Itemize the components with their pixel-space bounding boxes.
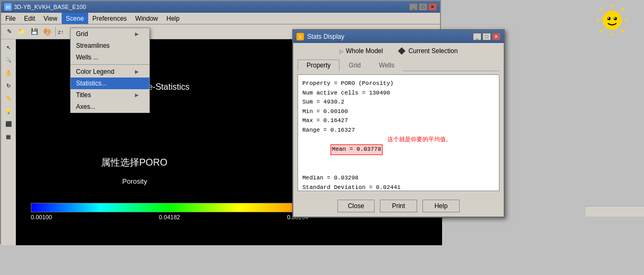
colorbar xyxy=(31,203,308,212)
svg-point-10 xyxy=(614,17,617,20)
app-icon: 3D xyxy=(4,3,12,11)
sidebar-select[interactable]: ⬛ xyxy=(3,118,14,130)
toolbar-separator xyxy=(55,27,56,37)
sidebar-light[interactable]: 💡 xyxy=(3,105,14,117)
menu-bar: File Edit View Scene Preferences Window … xyxy=(1,13,440,24)
ctx-titles-arrow: ▶ xyxy=(135,92,139,98)
dialog-footer: Close Print Help xyxy=(293,195,504,217)
dialog-title-bar: S Stats Display _ □ ✕ xyxy=(293,30,504,43)
close-button[interactable]: ✕ xyxy=(428,3,437,11)
sidebar-rotate[interactable]: ↻ xyxy=(3,80,14,91)
radio-row: ▷ Whole Model Current Selection xyxy=(298,47,499,55)
dialog-status-bar: INS READ xyxy=(586,206,644,217)
stats-line-mean: Mean = 0.03778 这个就是你要的平均值。 xyxy=(302,135,495,174)
ctx-color-legend[interactable]: Color Legend ▶ xyxy=(71,66,149,78)
tab-property[interactable]: Property xyxy=(298,59,340,71)
app-title: 3D-YB_KVKH_BASE_E100 xyxy=(14,4,86,10)
sun-decoration xyxy=(596,4,628,36)
dialog-title-buttons: _ □ ✕ xyxy=(473,33,501,40)
stats-line-sum: Sum = 4930.2 xyxy=(302,98,495,107)
stats-line-range: Range = 0.16327 xyxy=(302,126,495,135)
dialog-title-left: S Stats Display xyxy=(296,33,344,40)
stats-line-property: Property = PORO (Porosity) xyxy=(302,79,495,89)
sidebar-filter[interactable]: ▦ xyxy=(3,131,14,142)
stats-line-median: Median = 0.03298 xyxy=(302,174,495,183)
svg-line-6 xyxy=(600,30,603,32)
svg-point-12 xyxy=(614,18,615,19)
svg-line-7 xyxy=(622,30,624,32)
svg-point-0 xyxy=(603,11,622,30)
sidebar-pan[interactable]: ✋ xyxy=(3,67,14,79)
sidebar-cursor[interactable]: ↖ xyxy=(3,41,14,53)
toolbar-color[interactable]: 🎨 xyxy=(41,26,53,38)
tabs-row: Property Grid Wells xyxy=(298,59,499,71)
title-bar-left: 3D 3D-YB_KVKH_BASE_E100 xyxy=(4,3,86,11)
scene-dropdown-menu: Grid ▶ Streamlines Wells ... Color Legen… xyxy=(70,28,150,113)
sidebar-measure[interactable]: 📏 xyxy=(3,92,14,104)
ctx-streamlines[interactable]: Streamlines xyxy=(71,40,149,51)
stats-line-stddev: Standard Deviation = 0.02441 xyxy=(302,183,495,191)
ctx-separator-1 xyxy=(71,64,149,65)
ctx-axes[interactable]: Axes... xyxy=(71,101,149,113)
svg-line-8 xyxy=(600,8,603,11)
dialog-minimize-button[interactable]: _ xyxy=(473,33,481,40)
tab-wells[interactable]: Wells xyxy=(370,59,403,71)
menu-file[interactable]: File xyxy=(1,13,20,24)
dialog-close-button[interactable]: ✕ xyxy=(492,33,501,40)
minimize-button[interactable]: _ xyxy=(409,3,418,11)
menu-scene[interactable]: Scene xyxy=(62,13,88,24)
stats-textbox: Property = PORO (Porosity) Num active ce… xyxy=(298,74,499,191)
menu-window[interactable]: Window xyxy=(131,13,163,24)
radio-current-selection[interactable]: Current Selection xyxy=(399,47,458,55)
menu-edit[interactable]: Edit xyxy=(20,13,39,24)
viewport-property-label: 属性选择PORO xyxy=(101,156,167,169)
whole-model-arrow-icon: ▷ xyxy=(340,48,344,54)
maximize-button[interactable]: □ xyxy=(419,3,427,11)
tab-grid[interactable]: Grid xyxy=(340,59,370,71)
ctx-color-legend-arrow: ▶ xyxy=(135,69,139,74)
toolbar-new[interactable]: ✎ xyxy=(3,26,15,38)
svg-point-9 xyxy=(607,17,611,20)
colorbar-labels: 0.00100 0.04182 0.08264 xyxy=(31,214,308,220)
dialog-app-icon: S xyxy=(296,33,304,40)
whole-model-label: Whole Model xyxy=(346,47,383,55)
current-selection-label: Current Selection xyxy=(409,47,458,55)
svg-line-5 xyxy=(622,8,624,11)
viewport-property-name: Porosity xyxy=(122,177,147,185)
current-selection-diamond-icon xyxy=(398,47,405,55)
dialog-content: ▷ Whole Model Current Selection Property… xyxy=(293,43,504,195)
left-sidebar: ↖ 🔍 ✋ ↻ 📏 💡 ⬛ ▦ xyxy=(1,39,16,245)
ctx-wells[interactable]: Wells ... xyxy=(71,51,149,63)
print-button[interactable]: Print xyxy=(380,200,417,212)
ctx-grid-arrow: ▶ xyxy=(135,31,139,37)
stats-line-max: Max = 0.16427 xyxy=(302,116,495,126)
ctx-grid[interactable]: Grid ▶ xyxy=(71,28,149,40)
mean-annotation-text: 这个就是你要的平均值。 xyxy=(387,135,452,145)
colorbar-container: 0.00100 0.04182 0.08264 xyxy=(31,203,308,229)
dialog-title: Stats Display xyxy=(307,33,344,40)
mean-highlight-box: Mean = 0.03778 xyxy=(331,144,383,155)
menu-preferences[interactable]: Preferences xyxy=(88,13,131,24)
stats-line-cells: Num active cells = 130490 xyxy=(302,89,495,98)
title-bar-buttons: _ □ ✕ xyxy=(409,3,437,11)
stats-dialog: S Stats Display _ □ ✕ ▷ Whole Model Curr… xyxy=(292,29,505,218)
colorbar-mid: 0.04182 xyxy=(159,214,180,220)
menu-help[interactable]: Help xyxy=(162,13,184,24)
radio-whole-model[interactable]: ▷ Whole Model xyxy=(340,47,383,55)
ctx-statistics[interactable]: Statistics... xyxy=(71,78,149,89)
sidebar-zoom[interactable]: 🔍 xyxy=(3,54,14,66)
close-button[interactable]: Close xyxy=(337,200,375,212)
ctx-titles[interactable]: Titles ▶ xyxy=(71,89,149,101)
help-button[interactable]: Help xyxy=(422,200,460,212)
toolbar-zoom-label: z↑ xyxy=(58,29,64,35)
dialog-maximize-button[interactable]: □ xyxy=(482,33,491,40)
title-bar: 3D 3D-YB_KVKH_BASE_E100 _ □ ✕ xyxy=(1,1,440,13)
toolbar-open[interactable]: 📁 xyxy=(16,26,28,38)
svg-point-11 xyxy=(608,18,609,19)
stats-line-min: Min = 0.00100 xyxy=(302,107,495,117)
menu-view[interactable]: View xyxy=(39,13,62,24)
colorbar-min: 0.00100 xyxy=(31,214,52,220)
toolbar-save[interactable]: 💾 xyxy=(29,26,40,38)
